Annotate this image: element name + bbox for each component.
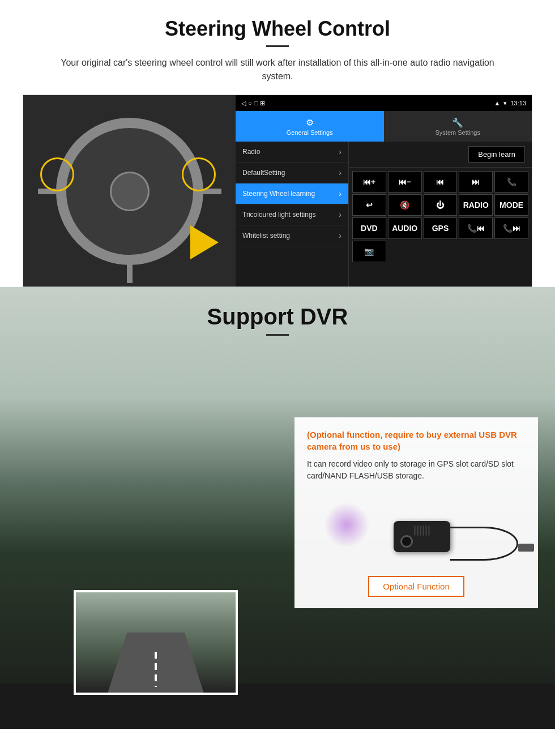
sw-spoke-bottom (127, 255, 133, 283)
menu-item-radio[interactable]: Radio › (236, 142, 348, 163)
steering-photo (23, 95, 236, 287)
status-icons: ◁ ○ □ ⊞ (241, 100, 265, 107)
ctrl-phone[interactable]: 📞 (494, 171, 528, 193)
sw-button-right-circle (182, 157, 216, 191)
vent-line-3 (420, 526, 421, 536)
vol-up-prev-icon: ⏮+ (363, 177, 375, 186)
dvr-camera-image (307, 491, 526, 570)
chevron-icon-whitelist: › (339, 231, 341, 240)
camera-vent (415, 526, 430, 536)
wrench-icon: 🔧 (452, 117, 463, 128)
ctrl-hang-up[interactable]: ↩ (352, 194, 386, 216)
mode-label-icon: MODE (500, 200, 523, 210)
vent-line-1 (415, 526, 416, 536)
ctrl-next-track[interactable]: ⏭ (459, 171, 493, 193)
menu-item-whitelist[interactable]: Whitelist setting › (236, 225, 348, 246)
usb-plug (518, 544, 534, 552)
optional-function-button[interactable]: Optional Function (368, 576, 464, 597)
dvr-optional-text: (Optional function, require to buy exter… (307, 429, 526, 452)
radio-label-icon: RADIO (463, 200, 489, 210)
ctrl-vol-down-prev[interactable]: ⏮− (388, 171, 422, 193)
ctrl-mode[interactable]: MODE (494, 194, 528, 216)
camera-ctrl-icon: 📷 (364, 247, 374, 256)
tab-system-label: System Settings (436, 129, 480, 136)
chevron-icon-tricoloured: › (339, 210, 341, 219)
tab-system-settings[interactable]: 🔧 System Settings (384, 111, 532, 142)
dvd-label-icon: DVD (361, 224, 378, 233)
menu-item-default-setting[interactable]: DefaultSetting › (236, 163, 348, 183)
begin-learn-row: Begin learn (349, 142, 532, 168)
dashcam-thumbnail (74, 590, 238, 695)
menu-item-tricoloured-label: Tricoloured light settings (242, 211, 316, 219)
camera-lens (400, 535, 413, 548)
dvr-description: It can record video only to storage in G… (307, 458, 526, 482)
ctrl-mute[interactable]: 🔇 (388, 194, 422, 216)
nav-home-icon: ○ (248, 100, 252, 106)
wifi-icon: ▾ (503, 100, 507, 107)
ctrl-prev-track[interactable]: ⏮ (424, 171, 458, 193)
begin-learn-button[interactable]: Begin learn (468, 146, 525, 163)
vent-line-6 (429, 526, 430, 536)
audio-label-icon: AUDIO (392, 224, 417, 233)
control-grid: ⏮+ ⏮− ⏮ ⏭ 📞 ↩ 🔇 ⏻ RADIO MODE DVD AUDIO G… (349, 168, 532, 266)
steering-demo: ◁ ○ □ ⊞ ▲ ▾ 13:13 ⚙ General Settings 🔧 (23, 95, 532, 287)
status-time: 13:13 (510, 100, 526, 106)
dvr-section: Support DVR (Optional function, require … (0, 287, 555, 729)
signal-icon: ▲ (494, 100, 501, 106)
steering-subtitle: Your original car's steering wheel contr… (45, 56, 510, 83)
menu-list: Radio › DefaultSetting › Steering Wheel … (236, 142, 349, 287)
ctrl-call-next[interactable]: 📞⏭ (494, 217, 528, 239)
next-track-icon: ⏭ (472, 177, 480, 186)
hang-up-icon: ↩ (366, 200, 373, 210)
steering-wheel (56, 118, 203, 265)
menu-item-steering-wheel[interactable]: Steering Wheel learning › (236, 183, 348, 204)
vol-down-prev-icon: ⏮− (399, 177, 411, 186)
vent-line-4 (423, 526, 424, 536)
menu-item-tricoloured[interactable]: Tricoloured light settings › (236, 204, 348, 225)
ctrl-dvd[interactable]: DVD (352, 217, 386, 239)
dvr-title-area: Support DVR (0, 304, 555, 336)
android-panel: ◁ ○ □ ⊞ ▲ ▾ 13:13 ⚙ General Settings 🔧 (236, 95, 532, 287)
title-divider (266, 45, 289, 47)
steering-section: Steering Wheel Control Your original car… (0, 0, 555, 287)
purple-glow (324, 502, 369, 548)
power-icon: ⏻ (436, 200, 444, 210)
nav-menu-icon: ⊞ (260, 100, 265, 107)
gear-icon: ⚙ (306, 117, 314, 128)
ctrl-camera[interactable]: 📷 (352, 241, 386, 262)
menu-item-whitelist-label: Whitelist setting (242, 232, 290, 240)
android-status-bar: ◁ ○ □ ⊞ ▲ ▾ 13:13 (236, 95, 532, 111)
tab-general-label: General Settings (287, 129, 333, 136)
menu-item-default-label: DefaultSetting (242, 169, 285, 177)
chevron-icon-radio: › (339, 147, 341, 156)
dvr-title-divider (266, 334, 289, 336)
android-menu: Radio › DefaultSetting › Steering Wheel … (236, 142, 532, 287)
ctrl-gps[interactable]: GPS (424, 217, 458, 239)
tab-general-settings[interactable]: ⚙ General Settings (236, 111, 384, 142)
nav-recents-icon: □ (254, 100, 258, 106)
sw-hub (110, 172, 150, 211)
ctrl-vol-up-prev[interactable]: ⏮+ (352, 171, 386, 193)
ctrl-power[interactable]: ⏻ (424, 194, 458, 216)
menu-item-steering-label: Steering Wheel learning (242, 190, 315, 198)
dvr-title: Support DVR (0, 304, 555, 330)
ctrl-audio[interactable]: AUDIO (388, 217, 422, 239)
prev-track-icon: ⏮ (436, 177, 444, 186)
chevron-icon-steering: › (339, 189, 341, 198)
ctrl-radio[interactable]: RADIO (459, 194, 493, 216)
sw-arrow (190, 225, 219, 259)
chevron-icon-default: › (339, 168, 341, 177)
mute-icon: 🔇 (400, 200, 409, 210)
dashcam-center-line (155, 652, 157, 687)
vent-line-5 (426, 526, 427, 536)
android-tabs: ⚙ General Settings 🔧 System Settings (236, 111, 532, 142)
dashcam-scene (76, 592, 236, 693)
dvr-info-card: (Optional function, require to buy exter… (294, 417, 538, 608)
ctrl-call-prev[interactable]: 📞⏮ (459, 217, 493, 239)
sw-button-left-circle (40, 157, 74, 191)
call-prev-icon: 📞⏮ (467, 224, 485, 233)
nav-back-icon: ◁ (241, 100, 246, 107)
vent-line-2 (417, 526, 419, 536)
dvr-camera-body (394, 521, 450, 552)
gps-label-icon: GPS (432, 224, 449, 233)
